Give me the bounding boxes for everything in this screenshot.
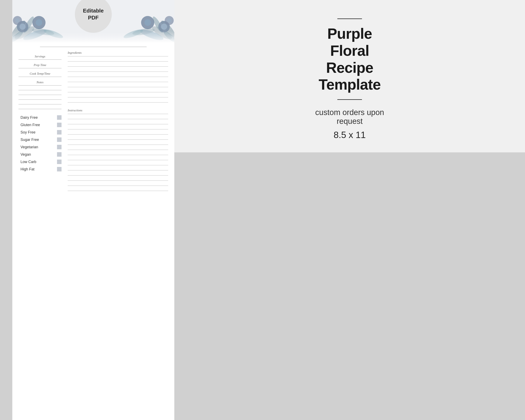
checkbox-box-2[interactable] bbox=[57, 130, 62, 135]
page-wrapper: Editable PDF bbox=[0, 0, 525, 420]
right-column: Ingredients Instructions bbox=[66, 47, 168, 197]
cook-temp-label: Cook Temp/Time bbox=[19, 72, 62, 75]
top-divider bbox=[337, 19, 362, 19]
checkbox-box-0[interactable] bbox=[57, 115, 62, 120]
checkbox-label-4: Vegetarian bbox=[20, 145, 38, 149]
recipe-title-line bbox=[40, 47, 147, 47]
checkboxes-section: Dairy FreeGluten FreeSoy FreeSugar FreeV… bbox=[19, 115, 62, 171]
editable-badge: Editable PDF bbox=[75, 0, 112, 33]
middle-divider bbox=[337, 99, 362, 100]
checkbox-row: Soy Free bbox=[20, 130, 62, 135]
badge-line2: PDF bbox=[88, 14, 99, 21]
editable-badge-wrapper: Editable PDF bbox=[75, 0, 112, 33]
svg-point-24 bbox=[144, 19, 151, 26]
checkbox-row: Vegan bbox=[20, 152, 62, 157]
product-title: Purple Floral Recipe Template bbox=[319, 25, 381, 93]
instructions-lines bbox=[68, 114, 168, 191]
checkbox-row: High Fat bbox=[20, 167, 62, 171]
recipe-body: Servings Prep Time Cook Temp/Time Notes bbox=[12, 47, 174, 197]
checkbox-box-5[interactable] bbox=[57, 152, 62, 157]
left-column: Servings Prep Time Cook Temp/Time Notes bbox=[19, 47, 66, 197]
cook-temp-line bbox=[19, 77, 62, 77]
notes-lines bbox=[19, 85, 62, 109]
checkbox-box-4[interactable] bbox=[57, 145, 62, 149]
title-line1: Purple bbox=[319, 25, 381, 42]
size-text: 8.5 x 11 bbox=[334, 130, 366, 140]
recipe-card: Editable PDF bbox=[12, 0, 174, 420]
custom-orders-line2: request bbox=[337, 117, 363, 125]
ingredients-lines bbox=[68, 56, 168, 103]
checkbox-label-3: Sugar Free bbox=[20, 138, 39, 142]
custom-orders-text: custom orders upon request bbox=[315, 108, 384, 126]
badge-line1: Editable bbox=[83, 7, 103, 14]
checkbox-row: Sugar Free bbox=[20, 137, 62, 142]
servings-line bbox=[19, 59, 62, 60]
checkbox-label-7: High Fat bbox=[20, 167, 34, 171]
top-section: Editable PDF bbox=[12, 0, 174, 47]
checkbox-label-6: Low Carb bbox=[20, 160, 36, 164]
title-line2: Floral bbox=[319, 42, 381, 59]
svg-point-11 bbox=[36, 19, 42, 26]
notes-label: Notes bbox=[19, 81, 62, 84]
title-line4: Template bbox=[319, 76, 381, 93]
svg-point-22 bbox=[161, 24, 167, 30]
prep-time-label: Prep Time bbox=[19, 63, 62, 67]
info-panel: Purple Floral Recipe Template custom ord… bbox=[174, 0, 525, 152]
title-line3: Recipe bbox=[319, 59, 381, 76]
checkbox-row: Vegetarian bbox=[20, 145, 62, 149]
checkbox-row: Gluten Free bbox=[20, 123, 62, 127]
checkbox-label-2: Soy Free bbox=[20, 130, 36, 135]
svg-point-9 bbox=[19, 24, 26, 30]
checkbox-label-5: Vegan bbox=[20, 152, 31, 157]
checkbox-box-1[interactable] bbox=[57, 123, 62, 127]
checkbox-box-3[interactable] bbox=[57, 137, 62, 142]
svg-point-13 bbox=[15, 18, 20, 23]
checkbox-box-7[interactable] bbox=[57, 167, 62, 171]
checkbox-row: Dairy Free bbox=[20, 115, 62, 120]
checkbox-box-6[interactable] bbox=[57, 159, 62, 164]
servings-label: Servings bbox=[19, 55, 62, 58]
svg-point-26 bbox=[167, 18, 171, 23]
ingredients-label: Ingredients bbox=[68, 51, 168, 55]
instructions-label: Instructions bbox=[68, 109, 168, 112]
checkbox-row: Low Carb bbox=[20, 159, 62, 164]
checkbox-label-0: Dairy Free bbox=[20, 115, 38, 120]
custom-orders-line1: custom orders upon bbox=[315, 108, 384, 117]
checkbox-label-1: Gluten Free bbox=[20, 123, 40, 127]
